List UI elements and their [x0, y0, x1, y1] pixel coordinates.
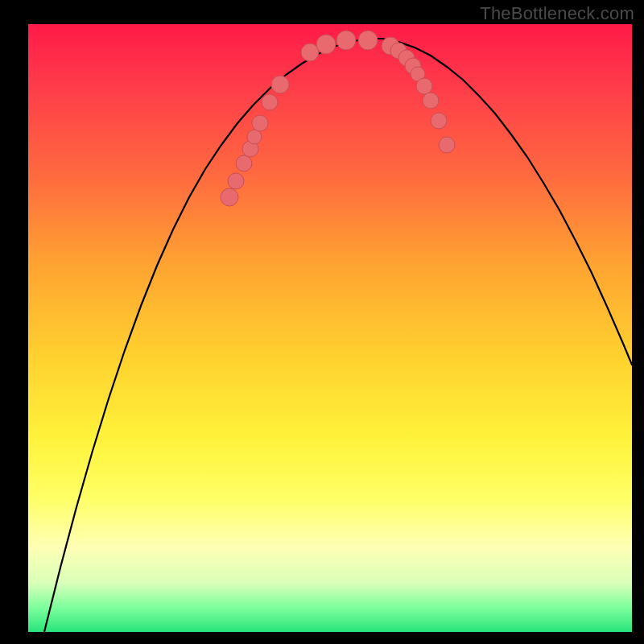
- sample-dot: [358, 31, 378, 50]
- sample-dot: [423, 93, 439, 109]
- sample-dot: [252, 115, 268, 131]
- sample-dot: [221, 188, 238, 206]
- chart-frame: TheBottleneck.com: [0, 0, 644, 644]
- sample-dots-group: [221, 31, 455, 206]
- sample-dot: [236, 155, 252, 171]
- sample-dot: [301, 43, 319, 61]
- sample-dot: [247, 130, 262, 144]
- sample-dot: [439, 137, 455, 153]
- sample-dot: [262, 94, 278, 110]
- sample-dot: [416, 78, 432, 94]
- sample-dot: [316, 35, 336, 54]
- sample-dot: [228, 173, 244, 189]
- plot-area: [28, 24, 632, 632]
- sample-dot: [271, 76, 289, 93]
- bottleneck-curve: [44, 39, 632, 632]
- curve-layer: [28, 24, 632, 632]
- sample-dot: [431, 113, 447, 129]
- sample-dot: [336, 31, 356, 50]
- watermark-text: TheBottleneck.com: [480, 3, 634, 24]
